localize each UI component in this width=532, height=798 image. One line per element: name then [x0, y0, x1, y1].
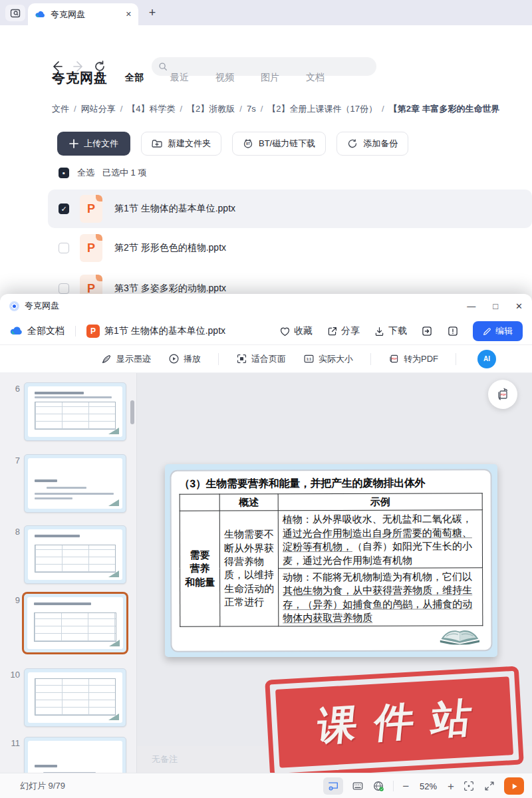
- heart-icon: [279, 326, 291, 337]
- select-all-label[interactable]: 全选: [77, 167, 94, 179]
- slide-number: 7: [5, 456, 20, 466]
- edit-button[interactable]: 编辑: [473, 321, 523, 341]
- slide-title: （3）生物需要营养和能量，并把产生的废物排出体外: [180, 476, 483, 491]
- play-slideshow-button[interactable]: 播放: [168, 353, 201, 365]
- tab-video[interactable]: 视频: [215, 72, 234, 84]
- download-button[interactable]: 下载: [374, 325, 407, 337]
- slide-number: 9: [5, 595, 20, 605]
- close-icon[interactable]: ✕: [515, 301, 523, 311]
- focus-center-icon[interactable]: [463, 780, 475, 792]
- maximize-icon[interactable]: □: [493, 301, 498, 311]
- action-buttons: 上传文件 新建文件夹 BT BT/磁力链下载 添加备份: [57, 132, 408, 156]
- browser-tab[interactable]: 夸克网盘 ✕: [28, 3, 138, 25]
- select-all-checkbox[interactable]: ▪: [59, 168, 69, 178]
- tab-title: 夸克网盘: [51, 9, 120, 21]
- close-tab-icon[interactable]: ✕: [126, 10, 132, 19]
- fit-page-button[interactable]: 适合页面: [236, 353, 286, 365]
- breadcrumb-item[interactable]: 文件: [52, 104, 69, 114]
- file-checkbox[interactable]: [59, 243, 69, 253]
- file-checkbox-checked[interactable]: ✓: [59, 203, 69, 214]
- ai-label: AI: [483, 355, 490, 362]
- table-overview-cell: 生物需要不断从外界获得营养物质，以维持生命活动的正常进行: [219, 511, 279, 626]
- slide-view-toggle[interactable]: [323, 777, 343, 795]
- file-row[interactable]: ✓ P 第1节 生物体的基本单位.pptx: [48, 190, 532, 228]
- breadcrumb-separator: /: [382, 104, 384, 114]
- breadcrumb-item[interactable]: 【2】浙教版: [187, 104, 235, 114]
- viewer-toolbar: 显示墨迹 播放 适合页面 1:1 实际大小 PDF 转为PDF AI: [0, 345, 532, 373]
- file-checkbox[interactable]: [59, 283, 69, 294]
- convert-to-pdf-button[interactable]: PDF 转为PDF: [388, 353, 438, 365]
- breadcrumb-separator: /: [239, 104, 242, 114]
- slide-thumbnail-10[interactable]: 10: [0, 668, 137, 727]
- upload-button[interactable]: 上传文件: [57, 132, 130, 156]
- window-title: 夸克网盘: [25, 300, 59, 312]
- save-to-drive-button[interactable]: [421, 325, 433, 337]
- floating-convert-button[interactable]: PDF: [488, 380, 517, 409]
- svg-text:BT: BT: [246, 142, 250, 146]
- file-row[interactable]: P 第2节 形形色色的植物.pptx: [48, 229, 532, 267]
- breadcrumb: 文件/网站分享/【4】科学类/【2】浙教版/7s/【2】全册上课课件（17份）/…: [52, 103, 532, 115]
- divider: [218, 353, 219, 365]
- svg-text:PDF: PDF: [501, 393, 507, 396]
- breadcrumb-item[interactable]: 【2】全册上课课件（17份）: [267, 104, 377, 114]
- tab-search-icon[interactable]: [5, 5, 25, 21]
- quark-cloud-icon: [9, 325, 23, 338]
- share-icon: [327, 326, 338, 337]
- zoom-in-button[interactable]: +: [448, 781, 454, 792]
- play-presentation-button[interactable]: [504, 777, 524, 795]
- all-docs-link[interactable]: 全部文档: [27, 325, 65, 337]
- translate-globe-icon[interactable]: [372, 780, 384, 792]
- slide-thumbnail-8[interactable]: 8: [0, 525, 137, 584]
- file-name[interactable]: 第1节 生物体的基本单位.pptx: [114, 203, 235, 215]
- svg-text:PDF: PDF: [392, 357, 397, 360]
- zoom-out-button[interactable]: −: [402, 781, 409, 792]
- file-name[interactable]: 第2节 形形色色的植物.pptx: [114, 242, 226, 254]
- pptx-badge-icon: P: [86, 325, 100, 338]
- slide-thumbnail-6[interactable]: 6: [0, 382, 137, 441]
- show-ink-button[interactable]: 显示墨迹: [101, 353, 151, 365]
- favorite-button[interactable]: 收藏: [279, 325, 313, 337]
- breadcrumb-item[interactable]: 7s: [247, 104, 256, 114]
- slide-counter: 幻灯片 9/79: [20, 773, 65, 798]
- tab-image[interactable]: 图片: [261, 72, 279, 84]
- breadcrumb-item[interactable]: 网站分享: [81, 104, 116, 114]
- slide-number: 11: [5, 738, 20, 748]
- tab-recent[interactable]: 最近: [170, 72, 189, 84]
- window-title-bar[interactable]: 夸克网盘 — □ ✕: [0, 294, 532, 318]
- viewer-header: 全部文档 P 第1节 生物体的基本单位.pptx 收藏 分享 下载: [0, 318, 532, 345]
- notes-panel-icon[interactable]: [352, 780, 364, 792]
- pptx-file-icon: P: [80, 195, 102, 223]
- app-icon: [9, 301, 19, 311]
- slide-number: 6: [5, 384, 20, 394]
- slide-thumbnail-panel: 6 7 8 9 10 11: [0, 373, 137, 773]
- minimize-icon[interactable]: —: [467, 301, 475, 311]
- folder-plus-icon: [152, 138, 162, 149]
- search-input[interactable]: [172, 62, 370, 72]
- feedback-button[interactable]: [447, 325, 459, 337]
- one-to-one-icon: 1:1: [303, 353, 315, 364]
- actual-size-button[interactable]: 1:1 实际大小: [303, 353, 353, 365]
- fullscreen-icon[interactable]: [483, 780, 495, 792]
- tab-doc[interactable]: 文档: [306, 72, 325, 84]
- category-tabs: 全部 最近 视频 图片 文档: [125, 72, 325, 84]
- zoom-level: 52%: [418, 781, 439, 791]
- bt-magnet-icon: BT: [243, 138, 253, 149]
- breadcrumb-item[interactable]: 【4】科学类: [127, 104, 175, 114]
- slide-thumbnail-9-current[interactable]: 9: [0, 594, 137, 652]
- tab-all[interactable]: 全部: [125, 72, 144, 84]
- thumbnail-scrollbar[interactable]: [130, 400, 134, 424]
- open-book-illustration: [436, 615, 483, 644]
- breadcrumb-item[interactable]: 【第2章 丰富多彩的生命世界: [389, 104, 500, 114]
- new-tab-button[interactable]: +: [145, 5, 160, 20]
- share-button[interactable]: 分享: [327, 325, 360, 337]
- breadcrumb-separator: /: [74, 104, 76, 114]
- table-plant-example-cell: 植物：从外界吸收水、无机盐和二氧化碳，通过光合作用制造出自身所需要的葡萄糖、淀粉…: [278, 510, 482, 569]
- new-folder-button[interactable]: 新建文件夹: [141, 132, 221, 156]
- file-name[interactable]: 第3节 多姿多彩的动物.pptx: [114, 283, 226, 295]
- slide-thumbnail-7[interactable]: 7: [0, 454, 137, 513]
- stamp-text: 课件站: [315, 690, 491, 753]
- bt-magnet-download-button[interactable]: BT BT/磁力链下载: [232, 132, 326, 156]
- add-backup-button[interactable]: 添加备份: [336, 132, 408, 156]
- slide-thumbnail-11[interactable]: 11: [0, 737, 137, 773]
- ai-assistant-button[interactable]: AI: [477, 350, 496, 368]
